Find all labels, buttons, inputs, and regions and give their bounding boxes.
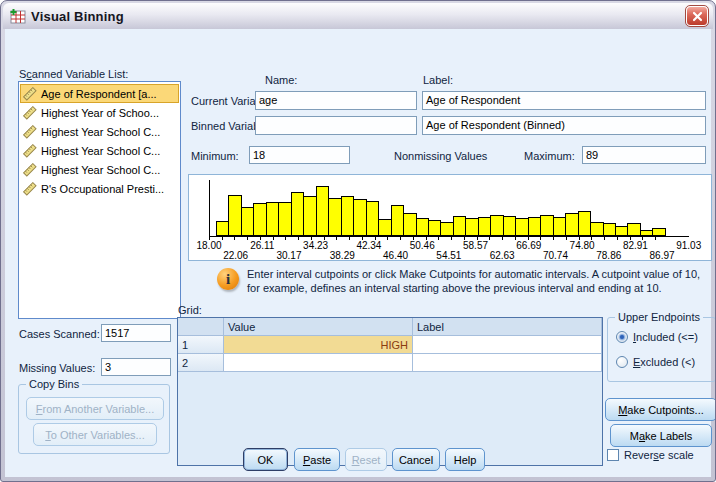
histogram-bar — [391, 205, 404, 236]
copy-to-variables-button[interactable]: To Other Variables... — [33, 423, 157, 446]
maximum-label: Maximum: — [524, 150, 575, 162]
variable-list-item[interactable]: Highest Year School C... — [20, 160, 179, 179]
histogram-bar — [353, 199, 366, 236]
current-variable-label-field: Age of Respondent — [422, 91, 706, 110]
cases-scanned-label: Cases Scanned: — [19, 328, 100, 340]
x-tick-label: 46.40 — [383, 250, 408, 261]
histogram-bar — [652, 228, 665, 236]
histogram-bar — [241, 207, 254, 236]
histogram-bar — [416, 218, 429, 236]
x-tick-label: 86.97 — [650, 250, 675, 261]
x-tick-label: 50.46 — [410, 240, 435, 251]
variable-label: Highest Year School C... — [41, 145, 160, 157]
info-text: Enter interval cutpoints or click Make C… — [247, 267, 709, 295]
copy-from-variable-button[interactable]: From Another Variable... — [26, 397, 164, 420]
copy-bins-group: Copy Bins From Another Variable... To Ot… — [18, 384, 170, 454]
x-tick-label: 42.34 — [356, 240, 381, 251]
histogram-bar — [627, 223, 640, 236]
x-tick-label: 62.63 — [490, 250, 515, 261]
close-x-icon — [692, 11, 703, 22]
histogram-bar — [528, 217, 541, 236]
binned-variable-name-field[interactable] — [255, 116, 417, 135]
histogram-bar — [503, 216, 516, 236]
title-bar[interactable]: Visual Binning — [3, 3, 713, 29]
included-radio[interactable] — [616, 331, 628, 343]
cases-scanned-value: 1517 — [101, 324, 171, 342]
histogram-bar — [553, 217, 566, 236]
variable-list-item[interactable]: R's Occupational Presti... — [20, 179, 179, 198]
x-tick-label: 22.06 — [223, 250, 248, 261]
histogram-bar — [603, 223, 616, 236]
histogram-bar — [303, 196, 316, 236]
included-radio-row[interactable]: Included (<=) — [616, 331, 698, 343]
help-button[interactable]: Help — [445, 448, 485, 471]
reverse-scale-row[interactable]: Reverse scale — [607, 449, 694, 461]
histogram-bar — [615, 226, 628, 236]
histogram-bar — [228, 195, 241, 236]
histogram-bar — [490, 215, 503, 236]
x-tick-label: 54.51 — [436, 250, 461, 261]
histogram-bar — [478, 217, 491, 236]
histogram-bar — [291, 192, 304, 236]
grid-row-2-header[interactable]: 2 — [178, 354, 224, 372]
scale-ruler-icon — [23, 125, 38, 139]
upper-endpoints-title: Upper Endpoints — [615, 311, 703, 323]
histogram-bar — [278, 202, 291, 236]
excluded-radio-label: Excluded (<) — [633, 356, 695, 368]
excluded-radio[interactable] — [616, 356, 628, 368]
x-tick-label: 91.03 — [676, 240, 701, 251]
included-radio-label: Included (<=) — [633, 331, 698, 343]
excluded-radio-row[interactable]: Excluded (<) — [616, 356, 695, 368]
histogram-bar — [378, 219, 391, 236]
variable-list-item[interactable]: Highest Year of Schoo... — [20, 103, 179, 122]
close-button[interactable] — [686, 6, 708, 26]
make-labels-button[interactable]: Make Labels — [610, 424, 712, 447]
scale-ruler-icon — [23, 144, 38, 158]
reverse-scale-checkbox[interactable] — [607, 449, 619, 461]
histogram-bar — [316, 186, 329, 236]
visual-binning-dialog: Visual Binning Scanned Variable List: Ag… — [0, 0, 716, 482]
variable-list-item[interactable]: Highest Year School C... — [20, 122, 179, 141]
dialog-body: Scanned Variable List: Age of Respondent… — [5, 29, 711, 477]
grid-row-1-label-cell[interactable] — [413, 336, 602, 354]
histogram-bars — [216, 180, 666, 236]
binned-variable-label-field[interactable]: Age of Respondent (Binned) — [422, 116, 706, 135]
x-tick-label: 18.00 — [196, 240, 221, 251]
minimum-value-field: 18 — [249, 146, 350, 164]
reset-button[interactable]: Reset — [345, 448, 387, 471]
grid-row-2: 2 — [178, 354, 602, 372]
ok-button[interactable]: OK — [243, 448, 288, 471]
cancel-button[interactable]: Cancel — [392, 448, 440, 471]
histogram-bar — [565, 213, 578, 236]
minimum-label: Minimum: — [191, 150, 239, 162]
scale-ruler-icon — [23, 87, 38, 101]
label-column-header: Label: — [423, 74, 453, 86]
x-tick-label: 58.57 — [463, 240, 488, 251]
app-grid-icon — [9, 8, 26, 25]
paste-button[interactable]: Paste — [294, 448, 340, 471]
variable-list-item[interactable]: Highest Year School C... — [20, 141, 179, 160]
cutpoints-grid: Value Label 1 HIGH 2 — [177, 317, 603, 466]
grid-row-2-label-cell[interactable] — [413, 354, 602, 372]
histogram-tick-marks — [209, 237, 668, 240]
x-tick-label: 38.29 — [330, 250, 355, 261]
grid-row-1-header[interactable]: 1 — [178, 336, 224, 354]
nonmissing-values-label: Nonmissing Values — [394, 150, 487, 162]
variable-label: Highest Year of Schoo... — [41, 107, 159, 119]
grid-row-2-value-cell[interactable] — [224, 354, 413, 372]
histogram-bar — [540, 215, 553, 236]
grid-label-header: Label — [413, 318, 602, 336]
histogram-bar — [578, 211, 591, 236]
scanned-variable-list[interactable]: Age of Respondent [a... Highest Year of … — [18, 81, 181, 319]
grid-row-1-value-cell[interactable]: HIGH — [224, 336, 413, 354]
info-icon: i — [217, 268, 239, 290]
make-cutpoints-button[interactable]: Make Cutpoints... — [605, 398, 716, 421]
variable-list-item-age[interactable]: Age of Respondent [a... — [20, 84, 179, 103]
missing-values-value: 3 — [101, 358, 171, 376]
scale-ruler-icon — [23, 163, 38, 177]
upper-endpoints-group: Upper Endpoints Included (<=) Excluded (… — [607, 317, 716, 382]
histogram-bar — [253, 203, 266, 236]
histogram-bar — [465, 218, 478, 236]
age-histogram: 18.0026.1134.2342.3450.4658.5766.6974.80… — [188, 174, 712, 261]
histogram-bar — [440, 222, 453, 236]
